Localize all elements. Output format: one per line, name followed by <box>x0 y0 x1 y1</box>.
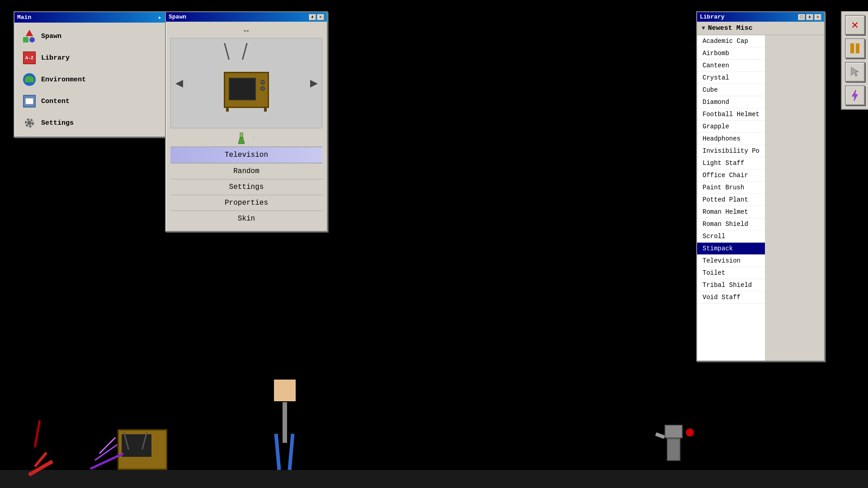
environment-icon <box>22 72 37 87</box>
library-item-void-staff[interactable]: Void Staff <box>697 291 765 304</box>
library-item-tribal-shield[interactable]: Tribal Shield <box>697 279 765 291</box>
main-item-library[interactable]: A-Z Library <box>18 48 163 68</box>
scene-object-left <box>23 416 59 470</box>
svg-rect-2 <box>240 133 243 137</box>
pause-bar-right <box>856 43 859 53</box>
library-list-wrap: Academic CapAirbombCanteenCrystalCubeDia… <box>697 35 824 361</box>
spawn-panel: Spawn ∧ ✕ ↔ ◀ <box>165 11 328 232</box>
svg-marker-5 <box>852 90 858 101</box>
library-item-diamond[interactable]: Diamond <box>697 96 765 108</box>
main-panel-collapse[interactable]: ▸ <box>156 14 164 21</box>
svg-marker-3 <box>238 137 245 144</box>
spawn-flask-icon <box>236 132 246 145</box>
library-category-label: Newest Misc <box>708 24 753 32</box>
library-item-potted-plant[interactable]: Potted Plant <box>697 194 765 206</box>
library-item-roman-helmet[interactable]: Roman Helmet <box>697 206 765 218</box>
library-item-invisibility-p[interactable]: Invisibility Po <box>697 145 765 157</box>
spawn-tv-preview <box>215 58 278 108</box>
main-item-settings[interactable]: Settings <box>18 113 163 133</box>
spawn-resize-arrows: ↔ <box>170 26 322 35</box>
spawn-panel-buttons: ∧ ✕ <box>309 14 324 20</box>
svg-marker-4 <box>851 67 859 76</box>
library-item-grapple[interactable]: Grapple <box>697 121 765 133</box>
spawn-green-square <box>23 37 28 42</box>
library-item-canteen[interactable]: Canteen <box>697 60 765 72</box>
spawn-menu-settings[interactable]: Settings <box>170 179 322 195</box>
main-item-content[interactable]: Content <box>18 91 163 111</box>
spawn-panel-title: Spawn <box>169 14 186 20</box>
close-red-icon: ✕ <box>851 18 859 32</box>
spawn-triangle-icon <box>22 29 37 43</box>
main-panel-title: Main <box>17 14 31 21</box>
spawn-menu-properties[interactable]: Properties <box>170 195 322 211</box>
library-item-office-chair[interactable]: Office Chair <box>697 169 765 182</box>
main-item-environment-label: Environment <box>41 76 86 84</box>
library-close-btn[interactable]: ✕ <box>814 14 821 20</box>
library-item-television[interactable]: Television <box>697 255 765 267</box>
library-item-scroll[interactable]: Scroll <box>697 230 765 243</box>
right-toolbar: ✕ <box>841 11 868 110</box>
toolbar-lightning-btn[interactable] <box>845 85 865 105</box>
library-item-roman-shield[interactable]: Roman Shield <box>697 218 765 230</box>
spawn-panel-body: ↔ ◀ ▶ <box>166 22 327 231</box>
settings-gear-icon <box>23 117 36 129</box>
main-item-spawn[interactable]: Spawn <box>18 26 163 46</box>
library-minimize-btn[interactable]: ∧ <box>806 14 813 20</box>
library-item-airbomb[interactable]: Airbomb <box>697 47 765 60</box>
spawn-next-btn[interactable]: ▶ <box>307 77 320 89</box>
library-item-light-staff[interactable]: Light Staff <box>697 157 765 169</box>
library-icon: A-Z <box>22 51 37 65</box>
spawn-blue-circle <box>29 37 35 42</box>
spawn-minimize-btn[interactable]: ∧ <box>309 14 316 20</box>
library-item-crystal[interactable]: Crystal <box>697 72 765 84</box>
library-item-headphones[interactable]: Headphones <box>697 133 765 145</box>
spawn-star-icon: ★ <box>250 132 256 145</box>
library-panel-buttons: □ ∧ ✕ <box>798 14 821 20</box>
toolbar-pause-btn[interactable] <box>845 38 865 58</box>
toolbar-cursor-btn[interactable] <box>845 62 865 82</box>
library-item-academic-cap[interactable]: Academic Cap <box>697 35 765 47</box>
spawn-menu-television[interactable]: Television <box>170 147 322 163</box>
spawn-menu-random[interactable]: Random <box>170 164 322 179</box>
main-item-environment[interactable]: Environment <box>18 70 163 89</box>
spawn-close-btn[interactable]: ✕ <box>317 14 324 20</box>
spawn-prev-btn[interactable]: ◀ <box>173 77 185 89</box>
main-panel-titlebar: Main ▸ <box>14 12 166 23</box>
svg-point-0 <box>27 121 32 125</box>
main-item-library-label: Library <box>41 54 70 62</box>
content-icon <box>22 94 37 108</box>
library-panel-title: Library <box>700 14 725 20</box>
spawn-preview-area: ◀ ▶ <box>170 38 322 128</box>
library-item-cube[interactable]: Cube <box>697 84 765 96</box>
scene-ground <box>0 470 868 488</box>
library-list[interactable]: Academic CapAirbombCanteenCrystalCubeDia… <box>697 35 765 361</box>
library-item-stimpack[interactable]: Stimpack <box>697 243 765 255</box>
tv-legs <box>226 107 267 112</box>
library-category-header: ▼ Newest Misc <box>697 22 824 35</box>
spawn-menu-skin[interactable]: Skin <box>170 211 322 226</box>
main-item-content-label: Content <box>41 98 70 105</box>
tv-leg-right <box>264 107 267 112</box>
tv-body <box>224 72 269 108</box>
library-panel-body: ▼ Newest Misc Academic CapAirbombCanteen… <box>697 22 824 361</box>
tv-knob-1 <box>260 80 265 84</box>
main-panel: Main ▸ Spawn A-Z Library <box>14 11 167 137</box>
library-item-football-helmet[interactable]: Football Helmet <box>697 108 765 121</box>
library-expand-arrow[interactable]: ▼ <box>702 25 705 32</box>
tv-knob-2 <box>260 86 265 91</box>
library-item-paint-brush[interactable]: Paint Brush <box>697 182 765 194</box>
spawn-panel-titlebar: Spawn ∧ ✕ <box>166 12 327 22</box>
library-window-btn[interactable]: □ <box>798 14 805 20</box>
library-az-icon: A-Z <box>23 52 36 64</box>
cursor-icon <box>849 66 860 77</box>
tv-controls <box>260 80 265 91</box>
tv-antenna-left <box>224 43 230 60</box>
toolbar-close-btn[interactable]: ✕ <box>845 15 865 35</box>
content-disk-icon <box>23 95 36 108</box>
tv-screen <box>229 78 256 100</box>
tv-antenna-right <box>242 43 248 60</box>
spawn-icon <box>22 29 37 43</box>
main-item-settings-label: Settings <box>41 119 74 127</box>
main-panel-body: Spawn A-Z Library Environment Content <box>14 23 166 136</box>
library-item-toilet[interactable]: Toilet <box>697 267 765 279</box>
